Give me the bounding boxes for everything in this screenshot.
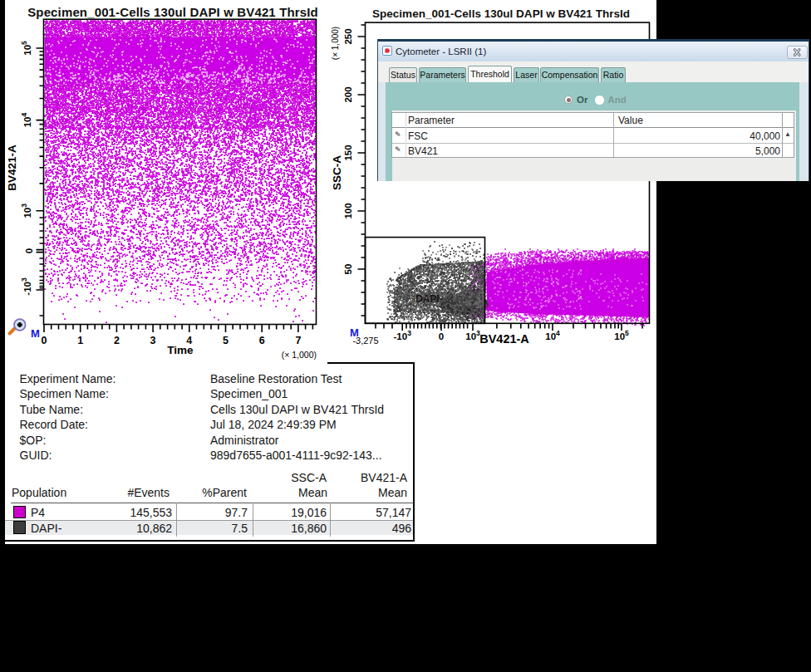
svg-text:150: 150 <box>343 145 353 160</box>
svg-text:DAPI-: DAPI- <box>415 293 443 305</box>
svg-text:6: 6 <box>259 335 265 346</box>
svg-text:-103: -103 <box>20 277 32 296</box>
svg-text:103: 103 <box>465 329 480 341</box>
svg-text:0: 0 <box>42 335 47 346</box>
svg-text:104: 104 <box>545 329 560 341</box>
svg-text:BV421-A: BV421-A <box>479 332 529 346</box>
svg-text:0: 0 <box>439 331 444 341</box>
svg-text:SSC-A: SSC-A <box>331 155 343 190</box>
svg-text:104: 104 <box>20 113 32 128</box>
svg-text:105: 105 <box>614 329 629 341</box>
svg-text:105: 105 <box>20 41 32 56</box>
svg-text:M: M <box>31 327 40 340</box>
svg-text:100: 100 <box>343 203 353 218</box>
svg-text:5: 5 <box>223 335 229 346</box>
svg-text:1: 1 <box>77 335 83 346</box>
svg-text:103: 103 <box>20 204 32 218</box>
svg-text:3: 3 <box>150 335 156 346</box>
svg-text:200: 200 <box>343 86 353 102</box>
svg-text:50: 50 <box>343 264 353 275</box>
svg-text:(× 1,000): (× 1,000) <box>282 350 317 360</box>
svg-text:Time: Time <box>167 344 194 356</box>
svg-text:7: 7 <box>295 335 301 346</box>
svg-text:250: 250 <box>343 28 353 44</box>
svg-text:(× 1,000): (× 1,000) <box>331 27 340 60</box>
svg-text:BV421-A: BV421-A <box>6 145 18 191</box>
svg-text:M: M <box>350 326 359 339</box>
svg-text:-103: -103 <box>394 329 412 341</box>
svg-text:2: 2 <box>114 335 120 346</box>
svg-text:0: 0 <box>24 248 34 253</box>
